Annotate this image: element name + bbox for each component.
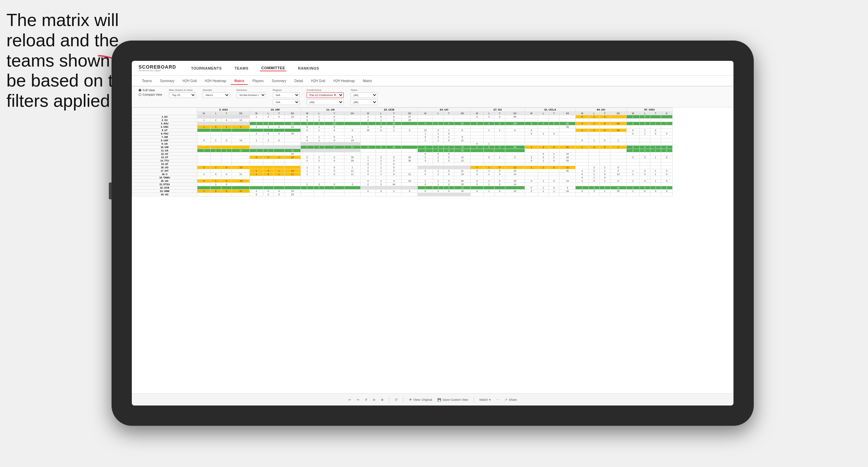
team-select-2[interactable]: (All)	[351, 99, 378, 105]
tab-summary-2[interactable]: Summary	[268, 78, 290, 85]
sub-nav: Teams Summary H2H Grid H2H Heatmap Matri…	[132, 76, 733, 87]
tab-h2h-grid-2[interactable]: H2H Grid	[308, 78, 329, 85]
row-label-asu: 3. ASU	[132, 122, 197, 125]
tab-h2h-grid-1[interactable]: H2H Grid	[179, 78, 200, 85]
row-label-ttu: 14. TTU	[132, 159, 197, 163]
row-label-git: 17. GIT	[132, 169, 197, 173]
table-row: 4. UNC 1010 11011 010 100 29	[132, 125, 673, 129]
gender-label: Gender	[203, 89, 230, 92]
conference-select[interactable]: Pac-12 Conference ▼	[307, 92, 344, 98]
table-row: 15. UF 010	[132, 163, 673, 166]
team-filter: Team (All) (All)	[351, 89, 378, 105]
row-label-uw: 10. UW	[132, 146, 197, 149]
nav-tournaments[interactable]: TOURNAMENTS	[190, 66, 223, 71]
table-row: 22. UCB 130 14012 0103 20344 3030	[132, 186, 673, 190]
uo-t: T	[443, 112, 454, 115]
uu-l: L	[589, 112, 600, 115]
division-select[interactable]: NCAA Division I	[237, 92, 266, 98]
conference-select-2[interactable]: (All)	[307, 99, 344, 105]
col-group-osu: 57. OSU	[626, 108, 673, 112]
gender-select[interactable]: Men's	[203, 92, 230, 98]
ucla-dif: Dif	[559, 112, 576, 115]
ucla-t: T	[549, 112, 559, 115]
ucla-l: L	[538, 112, 549, 115]
max-teams-select[interactable]: Top 25	[169, 92, 196, 98]
matrix-area[interactable]: 3. ASU 10. UW 11. UA 22. UCB 24. UO 27. …	[132, 107, 733, 399]
su-dif: Dif	[505, 112, 525, 115]
timer-button[interactable]: ⏱	[395, 398, 398, 401]
uo-dif: Dif	[454, 112, 471, 115]
col-group-su: 27. SU	[471, 108, 525, 112]
table-row: 20. UG 010-34 01023 11040 01019 01013 10…	[132, 179, 673, 183]
su-l: L	[484, 112, 495, 115]
ucb-t: T	[386, 112, 402, 115]
asu-l: L	[211, 112, 221, 115]
row-label-unc: 4. UNC	[132, 125, 197, 129]
view-original-button[interactable]: 👁 View: Original	[409, 398, 432, 401]
tab-summary-1[interactable]: Summary	[156, 78, 178, 85]
logo-title: SCOREBOARD	[139, 65, 176, 69]
region-label: Region	[273, 89, 300, 92]
su-w: W	[471, 112, 484, 115]
more-button[interactable]: ⋯	[496, 398, 499, 401]
tab-detail[interactable]: Detail	[291, 78, 307, 85]
table-row: 12. UV 10 030 0115	[132, 152, 673, 156]
share-button[interactable]: ↗ Share	[505, 398, 517, 401]
redo-button[interactable]: ↪	[357, 398, 359, 401]
col-group-ucb: 22. UCB	[360, 108, 417, 112]
row-label-unm: 23. UNM	[132, 190, 197, 193]
tab-players[interactable]: Players	[249, 78, 267, 85]
row-label-uf: 15. UF	[132, 163, 197, 166]
uw-t: T	[274, 112, 285, 115]
reset-button[interactable]: ↺	[365, 398, 367, 401]
save-custom-button[interactable]: 💾 Save Custom View	[437, 398, 468, 401]
region-select-2[interactable]: N/A	[273, 99, 300, 105]
row-label-fsu: 6. FSU	[132, 132, 197, 136]
row-label-uo16: 16. UO	[132, 166, 197, 169]
view-toggle-group: Full View Compact View	[139, 89, 162, 96]
corner-header	[132, 108, 197, 115]
toolbar-separator-1	[389, 397, 389, 402]
nav-committee[interactable]: COMMITTEE	[260, 65, 287, 71]
row-label-etsu: 21. ETSU	[132, 183, 197, 186]
watch-chevron: ▾	[489, 398, 491, 401]
row-label-u18: 18. U	[132, 173, 197, 176]
zoom-in-button[interactable]: ⊕	[381, 398, 384, 401]
table-row: 11. UA 01110 1110 34045 3010	[132, 149, 673, 152]
zoom-out-button[interactable]: ⊖	[373, 398, 376, 401]
logo-subtitle: Powered by clippd	[139, 69, 176, 72]
matrix-table: 3. ASU 10. UW 11. UA 22. UCB 24. UO 27. …	[132, 107, 673, 196]
row-label-ut: 5. UT	[132, 129, 197, 132]
col-group-asu: 3. ASU	[197, 108, 250, 112]
tablet-device: SCOREBOARD Powered by clippd TOURNAMENTS…	[112, 41, 754, 426]
view-original-label: View: Original	[413, 398, 432, 401]
row-label-ua: 9. UA	[132, 142, 197, 146]
row-label-uv: 12. UV	[132, 152, 197, 156]
uo-l: L	[433, 112, 444, 115]
team-select[interactable]: (All)	[351, 92, 378, 98]
col-group-uo: 24. UO	[418, 108, 471, 112]
region-select[interactable]: N/A	[273, 92, 300, 98]
row-label-tamu: 19. TAMU	[132, 176, 197, 179]
tab-h2h-heatmap-2[interactable]: H2H Heatmap	[330, 78, 358, 85]
row-label-uo24: 24. UO	[132, 193, 197, 196]
compact-view-radio[interactable]: Compact View	[139, 93, 162, 96]
tab-matrix-1[interactable]: Matrix	[231, 78, 247, 85]
table-row: 14. TTU 02030 12026 22012 01029	[132, 159, 673, 163]
region-filter: Region N/A N/A	[273, 89, 300, 105]
nav-teams[interactable]: TEAMS	[233, 66, 250, 71]
table-row: 13. UT 22122 02030 12026 22012 010 20018…	[132, 156, 673, 159]
table-row: 16. UO 21014 1201 110 21011 11011 210	[132, 166, 673, 169]
undo-button[interactable]: ↩	[348, 398, 351, 401]
tab-matrix-2[interactable]: Matrix	[360, 78, 376, 85]
tab-h2h-heatmap-1[interactable]: H2H Heatmap	[201, 78, 230, 85]
ucla-w: W	[525, 112, 538, 115]
ua-dif: Dif	[344, 112, 360, 115]
tablet-screen: SCOREBOARD Powered by clippd TOURNAMENTS…	[132, 61, 733, 405]
table-row: 9. UA 01	[132, 142, 673, 146]
col-group-ucla: 31. UCLA	[525, 108, 576, 112]
tab-teams[interactable]: Teams	[139, 78, 155, 85]
full-view-radio[interactable]: Full View	[139, 89, 162, 92]
watch-button[interactable]: Watch ▾	[479, 398, 491, 401]
nav-rankings[interactable]: RANKINGS	[296, 66, 320, 71]
